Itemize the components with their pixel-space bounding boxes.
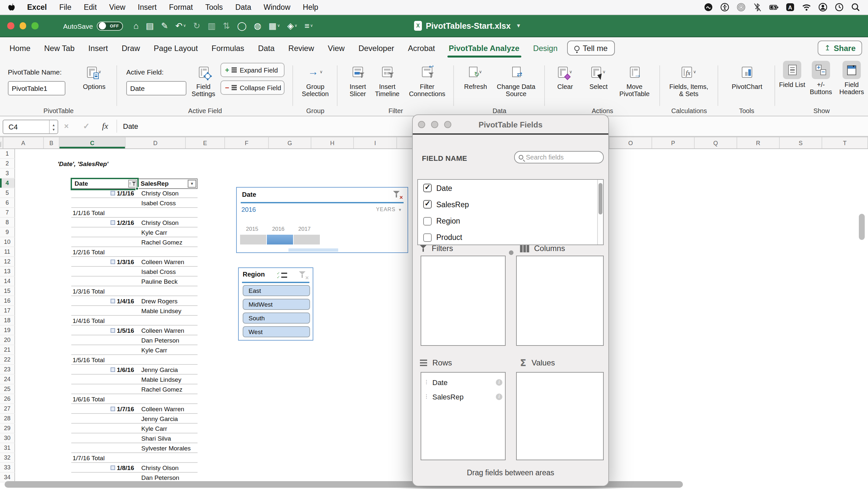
timeline-scrollbar[interactable] bbox=[288, 249, 338, 252]
expand-button-icon[interactable] bbox=[110, 406, 115, 411]
total-cell[interactable]: 1/1/16 Total bbox=[72, 208, 105, 218]
pivotchart-button[interactable]: PivotChart bbox=[727, 63, 767, 90]
tab-design[interactable]: Design bbox=[526, 37, 564, 59]
salesrep-cell[interactable]: Kyle Carr bbox=[141, 424, 167, 433]
row-header-13[interactable]: 13 bbox=[0, 267, 15, 276]
row-header-17[interactable]: 17 bbox=[0, 306, 15, 316]
expand-button-icon[interactable] bbox=[110, 465, 115, 470]
field-settings-button[interactable]: Field Settings bbox=[189, 63, 218, 98]
tab-pivottable-analyze[interactable]: PivotTable Analyze bbox=[442, 37, 526, 59]
airdrop-icon[interactable] bbox=[737, 3, 746, 12]
row-header-24[interactable]: 24 bbox=[0, 374, 15, 384]
column-header-s[interactable]: S bbox=[780, 137, 822, 149]
salesrep-cell[interactable]: Isabel Cross bbox=[141, 198, 176, 208]
format-palette-icon[interactable]: ◍ bbox=[254, 22, 261, 30]
info-icon[interactable]: i bbox=[496, 379, 502, 386]
field-checkbox-row-salesrep[interactable]: SalesRep bbox=[418, 196, 597, 213]
field-list-button[interactable]: Field List bbox=[779, 61, 805, 88]
clear-button[interactable]: ∨ Clear bbox=[551, 63, 579, 90]
sort-icon[interactable]: ⇅ bbox=[223, 22, 230, 30]
redo-icon[interactable]: ↻ bbox=[193, 22, 200, 30]
drag-handle-icon[interactable]: ⋮ bbox=[424, 380, 429, 385]
select-button[interactable]: ∨ Select bbox=[584, 63, 613, 90]
column-header-o[interactable]: O bbox=[610, 137, 652, 149]
row-header-14[interactable]: 14 bbox=[0, 276, 15, 286]
unchecked-checkbox-icon[interactable] bbox=[423, 217, 432, 225]
scrollbar-thumb[interactable] bbox=[598, 183, 602, 215]
column-header-g[interactable]: G bbox=[269, 137, 311, 149]
cancel-icon[interactable]: × bbox=[64, 122, 69, 131]
filters-drop-area[interactable] bbox=[421, 256, 506, 346]
autosave-toggle[interactable]: OFF bbox=[97, 21, 123, 30]
column-header-f[interactable]: F bbox=[225, 137, 269, 149]
home-icon[interactable]: ⌂ bbox=[133, 22, 139, 30]
zoom-window-button[interactable] bbox=[31, 23, 38, 29]
tab-page-layout[interactable]: Page Layout bbox=[147, 37, 205, 59]
tab-new-tab[interactable]: New Tab bbox=[37, 37, 82, 59]
salesrep-cell[interactable]: Mable Lindsey bbox=[141, 306, 182, 316]
active-field-input[interactable]: Date bbox=[126, 81, 186, 95]
move-pivottable-button[interactable]: → Move PivotTable bbox=[616, 63, 653, 98]
total-cell[interactable]: 1/4/16 Total bbox=[72, 316, 105, 326]
select-all-corner[interactable] bbox=[0, 137, 3, 149]
search-input[interactable] bbox=[526, 154, 591, 161]
salesrep-cell[interactable]: Christy Olson bbox=[141, 218, 179, 228]
region-item-east[interactable]: East bbox=[243, 285, 310, 296]
change-data-source-button[interactable]: ⇄ Change Data Source bbox=[495, 63, 538, 98]
date-cell[interactable]: 1/4/16 bbox=[71, 296, 134, 306]
date-cell[interactable]: 1/3/16 bbox=[71, 257, 134, 267]
user-account-icon[interactable] bbox=[818, 3, 828, 12]
salesrep-cell[interactable]: Shari Silva bbox=[141, 433, 171, 443]
row-header-33[interactable]: 33 bbox=[0, 463, 15, 472]
field-checkbox-row-date[interactable]: Date bbox=[418, 180, 597, 196]
salesrep-cell[interactable]: Jenny Garcia bbox=[141, 414, 178, 424]
row-header-11[interactable]: 11 bbox=[0, 247, 15, 257]
row-header-10[interactable]: 10 bbox=[0, 237, 15, 247]
expand-button-icon[interactable] bbox=[110, 220, 115, 225]
row-header-7[interactable]: 7 bbox=[0, 208, 15, 218]
name-box-spinner[interactable]: ▲▼ bbox=[49, 120, 58, 133]
row-header-22[interactable]: 22 bbox=[0, 355, 15, 365]
column-header-r[interactable]: R bbox=[737, 137, 780, 149]
group-selection-button[interactable]: →∨ Group Selection bbox=[298, 63, 332, 98]
fields-items-sets-button[interactable]: fx∨ Fields, Items, & Sets bbox=[666, 63, 711, 98]
row-header-2[interactable]: 2 bbox=[0, 159, 15, 169]
salesrep-cell[interactable]: Sylvester Morales bbox=[141, 443, 191, 453]
tell-me-button[interactable]: Tell me bbox=[567, 40, 615, 56]
menu-data[interactable]: Data bbox=[229, 3, 257, 11]
timeline-bar-2017[interactable] bbox=[294, 235, 320, 244]
document-title[interactable]: PivotTables-Start.xlsx bbox=[426, 21, 510, 30]
menu-file[interactable]: File bbox=[53, 3, 78, 11]
options-button[interactable]: ∨ Options bbox=[77, 63, 111, 90]
field-checkbox-row-region[interactable]: Region bbox=[418, 213, 597, 229]
row-header-18[interactable]: 18 bbox=[0, 316, 15, 326]
column-header-q[interactable]: Q bbox=[695, 137, 737, 149]
row-header-26[interactable]: 26 bbox=[0, 394, 15, 404]
row-header-21[interactable]: 21 bbox=[0, 345, 15, 355]
salesrep-cell[interactable]: Drew Rogers bbox=[141, 296, 178, 306]
values-drop-area[interactable] bbox=[516, 372, 604, 460]
multi-select-button[interactable]: ✓ ✓ bbox=[277, 272, 287, 279]
accessibility-icon[interactable] bbox=[720, 3, 729, 12]
tab-home[interactable]: Home bbox=[3, 37, 37, 59]
row-header-29[interactable]: 29 bbox=[0, 424, 15, 433]
row-header-9[interactable]: 9 bbox=[0, 228, 15, 237]
salesrep-cell[interactable]: Jenny Garcia bbox=[141, 365, 178, 374]
total-cell[interactable]: 1/3/16 Total bbox=[72, 286, 105, 296]
menu-window[interactable]: Window bbox=[257, 3, 297, 11]
salesrep-cell[interactable]: Christy Olson bbox=[141, 463, 179, 472]
search-field-box[interactable] bbox=[514, 151, 604, 163]
salesrep-cell[interactable]: Colleen Warren bbox=[141, 404, 184, 414]
total-cell[interactable]: 1/2/16 Total bbox=[72, 247, 105, 257]
row-header-8[interactable]: 8 bbox=[0, 218, 15, 228]
insert-function-icon[interactable]: fx bbox=[102, 121, 108, 131]
vertical-scrollbar[interactable] bbox=[859, 214, 865, 240]
edit-document-icon[interactable]: ✎ bbox=[161, 22, 168, 30]
undo-icon[interactable]: ↶∨ bbox=[175, 22, 186, 30]
salesrep-cell[interactable]: Colleen Warren bbox=[141, 257, 184, 267]
menu-edit[interactable]: Edit bbox=[78, 3, 103, 11]
date-cell[interactable]: 1/7/16 bbox=[71, 404, 134, 414]
panel-title-bar[interactable]: PivotTable Fields bbox=[413, 115, 608, 135]
insert-timeline-button[interactable]: Insert Timeline bbox=[372, 63, 402, 98]
tab-data[interactable]: Data bbox=[251, 37, 282, 59]
